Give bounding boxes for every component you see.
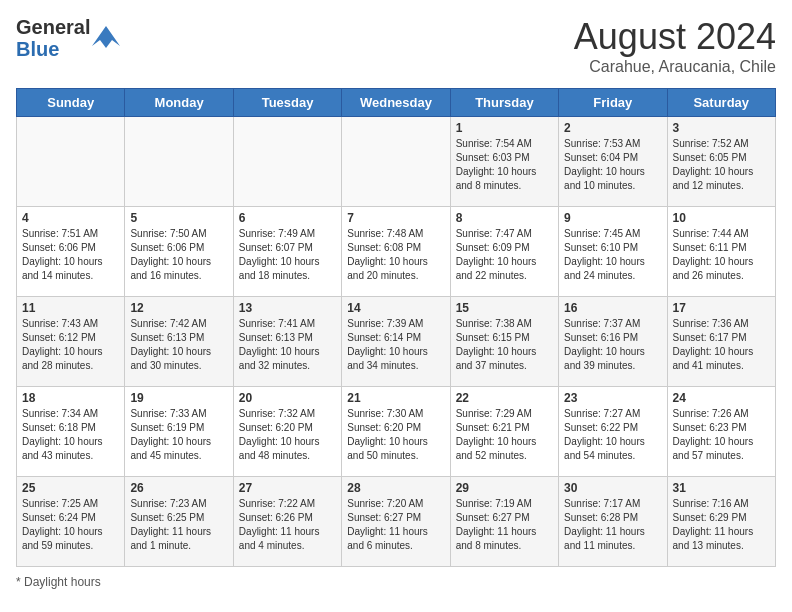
day-info: Sunrise: 7:30 AM Sunset: 6:20 PM Dayligh…	[347, 407, 444, 463]
day-info: Sunrise: 7:43 AM Sunset: 6:12 PM Dayligh…	[22, 317, 119, 373]
calendar-table: SundayMondayTuesdayWednesdayThursdayFrid…	[16, 88, 776, 567]
calendar-cell: 29Sunrise: 7:19 AM Sunset: 6:27 PM Dayli…	[450, 477, 558, 567]
calendar-week-row: 25Sunrise: 7:25 AM Sunset: 6:24 PM Dayli…	[17, 477, 776, 567]
calendar-cell: 1Sunrise: 7:54 AM Sunset: 6:03 PM Daylig…	[450, 117, 558, 207]
day-info: Sunrise: 7:29 AM Sunset: 6:21 PM Dayligh…	[456, 407, 553, 463]
subtitle: Carahue, Araucania, Chile	[574, 58, 776, 76]
day-info: Sunrise: 7:19 AM Sunset: 6:27 PM Dayligh…	[456, 497, 553, 553]
calendar-week-row: 18Sunrise: 7:34 AM Sunset: 6:18 PM Dayli…	[17, 387, 776, 477]
day-number: 26	[130, 481, 227, 495]
svg-marker-0	[92, 26, 120, 48]
calendar-header-row: SundayMondayTuesdayWednesdayThursdayFrid…	[17, 89, 776, 117]
day-number: 18	[22, 391, 119, 405]
day-number: 2	[564, 121, 661, 135]
day-number: 4	[22, 211, 119, 225]
calendar-cell: 15Sunrise: 7:38 AM Sunset: 6:15 PM Dayli…	[450, 297, 558, 387]
day-number: 16	[564, 301, 661, 315]
day-number: 19	[130, 391, 227, 405]
day-info: Sunrise: 7:27 AM Sunset: 6:22 PM Dayligh…	[564, 407, 661, 463]
calendar-cell: 19Sunrise: 7:33 AM Sunset: 6:19 PM Dayli…	[125, 387, 233, 477]
logo: General Blue	[16, 16, 120, 60]
day-number: 6	[239, 211, 336, 225]
day-info: Sunrise: 7:25 AM Sunset: 6:24 PM Dayligh…	[22, 497, 119, 553]
calendar-cell: 4Sunrise: 7:51 AM Sunset: 6:06 PM Daylig…	[17, 207, 125, 297]
day-info: Sunrise: 7:16 AM Sunset: 6:29 PM Dayligh…	[673, 497, 770, 553]
day-info: Sunrise: 7:38 AM Sunset: 6:15 PM Dayligh…	[456, 317, 553, 373]
calendar-cell: 24Sunrise: 7:26 AM Sunset: 6:23 PM Dayli…	[667, 387, 775, 477]
calendar-cell: 6Sunrise: 7:49 AM Sunset: 6:07 PM Daylig…	[233, 207, 341, 297]
day-number: 12	[130, 301, 227, 315]
day-number: 25	[22, 481, 119, 495]
calendar-cell: 18Sunrise: 7:34 AM Sunset: 6:18 PM Dayli…	[17, 387, 125, 477]
calendar-cell: 2Sunrise: 7:53 AM Sunset: 6:04 PM Daylig…	[559, 117, 667, 207]
calendar-cell	[233, 117, 341, 207]
day-header-monday: Monday	[125, 89, 233, 117]
calendar-cell: 27Sunrise: 7:22 AM Sunset: 6:26 PM Dayli…	[233, 477, 341, 567]
calendar-cell: 16Sunrise: 7:37 AM Sunset: 6:16 PM Dayli…	[559, 297, 667, 387]
day-number: 14	[347, 301, 444, 315]
calendar-cell: 25Sunrise: 7:25 AM Sunset: 6:24 PM Dayli…	[17, 477, 125, 567]
day-header-tuesday: Tuesday	[233, 89, 341, 117]
day-info: Sunrise: 7:39 AM Sunset: 6:14 PM Dayligh…	[347, 317, 444, 373]
main-title: August 2024	[574, 16, 776, 58]
day-info: Sunrise: 7:50 AM Sunset: 6:06 PM Dayligh…	[130, 227, 227, 283]
day-number: 31	[673, 481, 770, 495]
calendar-cell: 31Sunrise: 7:16 AM Sunset: 6:29 PM Dayli…	[667, 477, 775, 567]
calendar-cell: 13Sunrise: 7:41 AM Sunset: 6:13 PM Dayli…	[233, 297, 341, 387]
day-info: Sunrise: 7:34 AM Sunset: 6:18 PM Dayligh…	[22, 407, 119, 463]
day-info: Sunrise: 7:17 AM Sunset: 6:28 PM Dayligh…	[564, 497, 661, 553]
day-header-wednesday: Wednesday	[342, 89, 450, 117]
day-info: Sunrise: 7:23 AM Sunset: 6:25 PM Dayligh…	[130, 497, 227, 553]
day-header-sunday: Sunday	[17, 89, 125, 117]
calendar-cell: 20Sunrise: 7:32 AM Sunset: 6:20 PM Dayli…	[233, 387, 341, 477]
day-info: Sunrise: 7:47 AM Sunset: 6:09 PM Dayligh…	[456, 227, 553, 283]
day-info: Sunrise: 7:41 AM Sunset: 6:13 PM Dayligh…	[239, 317, 336, 373]
day-number: 15	[456, 301, 553, 315]
calendar-cell: 22Sunrise: 7:29 AM Sunset: 6:21 PM Dayli…	[450, 387, 558, 477]
day-number: 22	[456, 391, 553, 405]
day-number: 20	[239, 391, 336, 405]
calendar-cell	[125, 117, 233, 207]
day-number: 27	[239, 481, 336, 495]
day-info: Sunrise: 7:52 AM Sunset: 6:05 PM Dayligh…	[673, 137, 770, 193]
day-header-thursday: Thursday	[450, 89, 558, 117]
logo-icon	[92, 26, 120, 50]
calendar-cell: 9Sunrise: 7:45 AM Sunset: 6:10 PM Daylig…	[559, 207, 667, 297]
calendar-cell	[342, 117, 450, 207]
day-number: 23	[564, 391, 661, 405]
day-number: 13	[239, 301, 336, 315]
calendar-cell: 8Sunrise: 7:47 AM Sunset: 6:09 PM Daylig…	[450, 207, 558, 297]
logo-general: General	[16, 16, 90, 38]
day-info: Sunrise: 7:54 AM Sunset: 6:03 PM Dayligh…	[456, 137, 553, 193]
calendar-cell: 17Sunrise: 7:36 AM Sunset: 6:17 PM Dayli…	[667, 297, 775, 387]
day-info: Sunrise: 7:53 AM Sunset: 6:04 PM Dayligh…	[564, 137, 661, 193]
day-number: 21	[347, 391, 444, 405]
day-number: 17	[673, 301, 770, 315]
day-info: Sunrise: 7:45 AM Sunset: 6:10 PM Dayligh…	[564, 227, 661, 283]
calendar-cell: 5Sunrise: 7:50 AM Sunset: 6:06 PM Daylig…	[125, 207, 233, 297]
day-number: 8	[456, 211, 553, 225]
page-header: General Blue August 2024 Carahue, Arauca…	[16, 16, 776, 76]
day-number: 28	[347, 481, 444, 495]
day-number: 24	[673, 391, 770, 405]
calendar-week-row: 11Sunrise: 7:43 AM Sunset: 6:12 PM Dayli…	[17, 297, 776, 387]
day-number: 1	[456, 121, 553, 135]
calendar-week-row: 4Sunrise: 7:51 AM Sunset: 6:06 PM Daylig…	[17, 207, 776, 297]
day-info: Sunrise: 7:44 AM Sunset: 6:11 PM Dayligh…	[673, 227, 770, 283]
calendar-cell: 26Sunrise: 7:23 AM Sunset: 6:25 PM Dayli…	[125, 477, 233, 567]
day-number: 29	[456, 481, 553, 495]
day-info: Sunrise: 7:26 AM Sunset: 6:23 PM Dayligh…	[673, 407, 770, 463]
day-info: Sunrise: 7:51 AM Sunset: 6:06 PM Dayligh…	[22, 227, 119, 283]
calendar-cell: 3Sunrise: 7:52 AM Sunset: 6:05 PM Daylig…	[667, 117, 775, 207]
calendar-cell	[17, 117, 125, 207]
calendar-cell: 12Sunrise: 7:42 AM Sunset: 6:13 PM Dayli…	[125, 297, 233, 387]
day-number: 11	[22, 301, 119, 315]
day-info: Sunrise: 7:33 AM Sunset: 6:19 PM Dayligh…	[130, 407, 227, 463]
day-info: Sunrise: 7:49 AM Sunset: 6:07 PM Dayligh…	[239, 227, 336, 283]
calendar-cell: 7Sunrise: 7:48 AM Sunset: 6:08 PM Daylig…	[342, 207, 450, 297]
day-info: Sunrise: 7:36 AM Sunset: 6:17 PM Dayligh…	[673, 317, 770, 373]
calendar-cell: 23Sunrise: 7:27 AM Sunset: 6:22 PM Dayli…	[559, 387, 667, 477]
day-number: 30	[564, 481, 661, 495]
day-number: 10	[673, 211, 770, 225]
day-header-friday: Friday	[559, 89, 667, 117]
